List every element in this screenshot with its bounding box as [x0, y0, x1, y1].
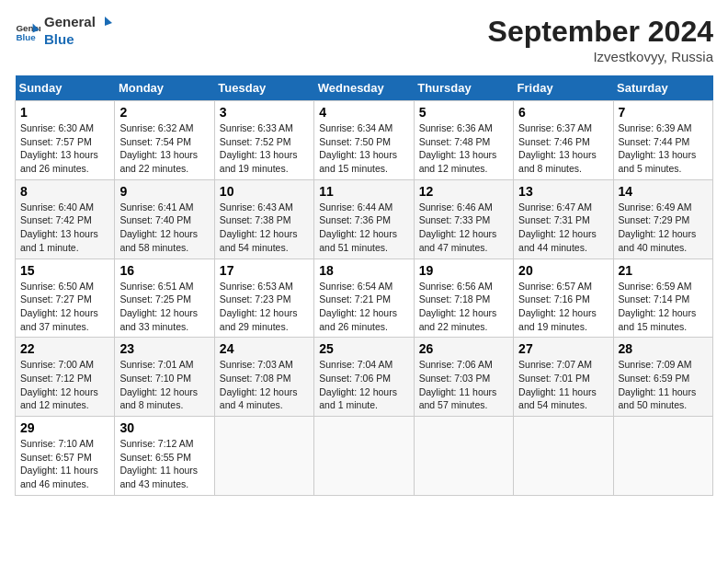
calendar-week-3: 15Sunrise: 6:50 AM Sunset: 7:27 PM Dayli… — [16, 259, 713, 338]
day-info: Sunrise: 7:12 AM Sunset: 6:55 PM Dayligh… — [119, 437, 209, 491]
weekday-header-sunday: Sunday — [16, 75, 115, 101]
calendar-cell: 26Sunrise: 7:06 AM Sunset: 7:03 PM Dayli… — [414, 338, 513, 417]
calendar-cell — [314, 417, 414, 496]
calendar-cell: 19Sunrise: 6:56 AM Sunset: 7:18 PM Dayli… — [414, 259, 513, 338]
calendar-cell: 22Sunrise: 7:00 AM Sunset: 7:12 PM Dayli… — [16, 338, 115, 417]
day-number: 5 — [419, 105, 508, 120]
title-area: September 2024 Izvestkovyy, Russia — [488, 15, 713, 64]
logo: General Blue General Blue — [15, 15, 114, 47]
day-number: 22 — [20, 341, 109, 356]
day-info: Sunrise: 6:51 AM Sunset: 7:25 PM Dayligh… — [119, 280, 209, 334]
day-number: 25 — [319, 341, 408, 356]
day-info: Sunrise: 6:50 AM Sunset: 7:27 PM Dayligh… — [20, 280, 109, 334]
day-number: 20 — [518, 263, 608, 278]
calendar-cell: 29Sunrise: 7:10 AM Sunset: 6:57 PM Dayli… — [16, 417, 115, 496]
weekday-header-thursday: Thursday — [414, 75, 513, 101]
day-number: 11 — [319, 184, 408, 199]
day-number: 9 — [119, 184, 209, 199]
calendar-cell: 11Sunrise: 6:44 AM Sunset: 7:36 PM Dayli… — [314, 179, 414, 259]
day-number: 3 — [220, 105, 309, 120]
svg-marker-3 — [105, 17, 112, 26]
day-number: 10 — [220, 184, 309, 199]
day-number: 8 — [20, 184, 109, 199]
day-info: Sunrise: 6:44 AM Sunset: 7:36 PM Dayligh… — [319, 201, 408, 255]
calendar-cell — [214, 417, 313, 496]
page-header: General Blue General Blue September 2024… — [15, 15, 713, 64]
calendar-cell: 4Sunrise: 6:34 AM Sunset: 7:50 PM Daylig… — [314, 101, 414, 180]
logo-bird-icon — [97, 15, 113, 31]
day-info: Sunrise: 7:07 AM Sunset: 7:01 PM Dayligh… — [518, 358, 608, 412]
calendar-cell: 14Sunrise: 6:49 AM Sunset: 7:29 PM Dayli… — [613, 179, 712, 259]
day-info: Sunrise: 6:32 AM Sunset: 7:54 PM Dayligh… — [119, 121, 209, 176]
day-number: 16 — [119, 263, 209, 278]
calendar-cell: 24Sunrise: 7:03 AM Sunset: 7:08 PM Dayli… — [214, 338, 313, 417]
day-number: 12 — [419, 184, 508, 199]
day-info: Sunrise: 6:34 AM Sunset: 7:50 PM Dayligh… — [319, 121, 408, 176]
day-info: Sunrise: 6:30 AM Sunset: 7:57 PM Dayligh… — [20, 121, 109, 176]
day-info: Sunrise: 6:56 AM Sunset: 7:18 PM Dayligh… — [419, 280, 508, 334]
day-number: 14 — [619, 184, 708, 199]
calendar-cell: 28Sunrise: 7:09 AM Sunset: 6:59 PM Dayli… — [613, 338, 712, 417]
day-info: Sunrise: 7:00 AM Sunset: 7:12 PM Dayligh… — [20, 358, 109, 412]
calendar-cell: 18Sunrise: 6:54 AM Sunset: 7:21 PM Dayli… — [314, 259, 414, 338]
location: Izvestkovyy, Russia — [488, 49, 713, 64]
calendar-cell: 10Sunrise: 6:43 AM Sunset: 7:38 PM Dayli… — [214, 179, 313, 259]
day-info: Sunrise: 6:47 AM Sunset: 7:31 PM Dayligh… — [518, 201, 608, 255]
calendar-cell: 12Sunrise: 6:46 AM Sunset: 7:33 PM Dayli… — [414, 179, 513, 259]
calendar-cell: 5Sunrise: 6:36 AM Sunset: 7:48 PM Daylig… — [414, 101, 513, 180]
calendar-week-5: 29Sunrise: 7:10 AM Sunset: 6:57 PM Dayli… — [16, 417, 713, 496]
day-info: Sunrise: 6:49 AM Sunset: 7:29 PM Dayligh… — [619, 201, 708, 255]
calendar-cell: 2Sunrise: 6:32 AM Sunset: 7:54 PM Daylig… — [115, 101, 214, 180]
day-info: Sunrise: 7:09 AM Sunset: 6:59 PM Dayligh… — [619, 358, 708, 412]
day-number: 18 — [319, 263, 408, 278]
calendar-cell: 17Sunrise: 6:53 AM Sunset: 7:23 PM Dayli… — [214, 259, 313, 338]
calendar-cell: 1Sunrise: 6:30 AM Sunset: 7:57 PM Daylig… — [16, 101, 115, 180]
calendar-table: SundayMondayTuesdayWednesdayThursdayFrid… — [15, 75, 713, 496]
day-info: Sunrise: 7:10 AM Sunset: 6:57 PM Dayligh… — [20, 437, 109, 491]
calendar-cell: 25Sunrise: 7:04 AM Sunset: 7:06 PM Dayli… — [314, 338, 414, 417]
calendar-cell — [514, 417, 613, 496]
day-number: 27 — [518, 341, 608, 356]
day-info: Sunrise: 6:41 AM Sunset: 7:40 PM Dayligh… — [119, 201, 209, 255]
day-info: Sunrise: 6:33 AM Sunset: 7:52 PM Dayligh… — [220, 121, 309, 176]
calendar-cell — [414, 417, 513, 496]
day-number: 6 — [518, 105, 608, 120]
svg-text:Blue: Blue — [16, 31, 36, 41]
day-number: 21 — [619, 263, 708, 278]
calendar-cell: 7Sunrise: 6:39 AM Sunset: 7:44 PM Daylig… — [613, 101, 712, 180]
day-info: Sunrise: 6:54 AM Sunset: 7:21 PM Dayligh… — [319, 280, 408, 334]
day-info: Sunrise: 7:06 AM Sunset: 7:03 PM Dayligh… — [419, 358, 508, 412]
day-number: 30 — [119, 420, 209, 435]
day-number: 24 — [220, 341, 309, 356]
day-number: 23 — [119, 341, 209, 356]
day-number: 2 — [119, 105, 209, 120]
calendar-cell: 15Sunrise: 6:50 AM Sunset: 7:27 PM Dayli… — [16, 259, 115, 338]
calendar-cell: 9Sunrise: 6:41 AM Sunset: 7:40 PM Daylig… — [115, 179, 214, 259]
calendar-cell: 20Sunrise: 6:57 AM Sunset: 7:16 PM Dayli… — [514, 259, 613, 338]
calendar-cell: 27Sunrise: 7:07 AM Sunset: 7:01 PM Dayli… — [514, 338, 613, 417]
day-number: 29 — [20, 420, 109, 435]
logo-blue: Blue — [44, 31, 114, 47]
day-info: Sunrise: 6:37 AM Sunset: 7:46 PM Dayligh… — [518, 121, 608, 176]
day-info: Sunrise: 7:03 AM Sunset: 7:08 PM Dayligh… — [220, 358, 309, 412]
day-info: Sunrise: 6:46 AM Sunset: 7:33 PM Dayligh… — [419, 201, 508, 255]
weekday-header-tuesday: Tuesday — [214, 75, 313, 101]
month-title: September 2024 — [488, 15, 713, 49]
calendar-cell: 23Sunrise: 7:01 AM Sunset: 7:10 PM Dayli… — [115, 338, 214, 417]
calendar-cell — [613, 417, 712, 496]
calendar-cell: 30Sunrise: 7:12 AM Sunset: 6:55 PM Dayli… — [115, 417, 214, 496]
day-number: 15 — [20, 263, 109, 278]
weekday-header-monday: Monday — [115, 75, 214, 101]
day-number: 7 — [619, 105, 708, 120]
day-info: Sunrise: 6:39 AM Sunset: 7:44 PM Dayligh… — [619, 121, 708, 176]
weekday-header-row: SundayMondayTuesdayWednesdayThursdayFrid… — [16, 75, 713, 101]
day-number: 26 — [419, 341, 508, 356]
day-info: Sunrise: 7:04 AM Sunset: 7:06 PM Dayligh… — [319, 358, 408, 412]
day-info: Sunrise: 6:40 AM Sunset: 7:42 PM Dayligh… — [20, 201, 109, 255]
day-info: Sunrise: 6:43 AM Sunset: 7:38 PM Dayligh… — [220, 201, 309, 255]
logo-icon: General Blue — [15, 18, 40, 44]
day-info: Sunrise: 6:57 AM Sunset: 7:16 PM Dayligh… — [518, 280, 608, 334]
day-info: Sunrise: 6:59 AM Sunset: 7:14 PM Dayligh… — [619, 280, 708, 334]
weekday-header-wednesday: Wednesday — [314, 75, 414, 101]
weekday-header-friday: Friday — [514, 75, 613, 101]
